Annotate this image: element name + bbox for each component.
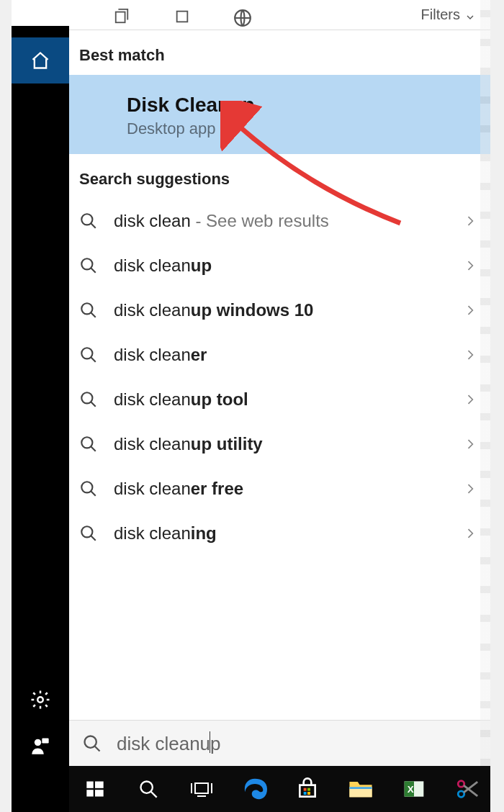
gear-icon	[30, 689, 51, 710]
apps-scope-icon[interactable]	[174, 9, 190, 24]
results-content: Best match Disk Cleanup Desktop app Sear…	[69, 26, 490, 812]
suggestion-text: disk cleanup	[114, 256, 463, 276]
svg-point-13	[81, 303, 92, 314]
svg-line-20	[91, 446, 96, 451]
documents-scope-icon[interactable]	[112, 9, 131, 24]
suggestions-header: Search suggestions	[69, 154, 490, 199]
svg-line-22	[91, 491, 96, 496]
main-row: Best match Disk Cleanup Desktop app Sear…	[12, 26, 490, 812]
search-icon	[79, 524, 98, 543]
svg-point-3	[37, 697, 43, 703]
suggestion-row[interactable]: disk cleanup	[69, 243, 490, 288]
suggestion-text: disk cleaning	[114, 523, 463, 543]
search-query-text: disk cleanup	[117, 731, 221, 755]
web-scope-icon[interactable]	[233, 9, 252, 27]
suggestions-list: disk clean - See web resultsdisk cleanup…	[69, 199, 490, 556]
windows-start-icon	[85, 779, 105, 799]
svg-rect-38	[307, 788, 310, 791]
svg-point-23	[81, 526, 92, 537]
svg-point-31	[140, 782, 152, 793]
search-icon	[79, 346, 98, 364]
chevron-right-icon	[463, 526, 477, 541]
taskbar-excel[interactable]: X	[391, 766, 437, 812]
scope-bar	[69, 9, 490, 30]
suggestion-text: disk cleanup utility	[114, 434, 463, 454]
svg-rect-27	[86, 782, 93, 788]
svg-line-24	[91, 536, 96, 541]
scissors-icon	[455, 777, 480, 801]
sidebar	[12, 26, 69, 812]
svg-text:X: X	[408, 784, 414, 795]
svg-point-9	[81, 214, 92, 225]
svg-point-21	[81, 482, 92, 492]
sidebar-item-feedback[interactable]	[12, 723, 69, 769]
svg-rect-37	[304, 788, 307, 791]
best-match-subtitle: Desktop app	[127, 119, 490, 138]
search-input-row[interactable]: disk cleanup	[69, 720, 490, 766]
taskbar-store[interactable]	[285, 766, 331, 812]
suggestion-row[interactable]: disk cleanup tool	[69, 377, 490, 422]
suggestion-text: disk cleanup windows 10	[114, 300, 463, 320]
best-match-result[interactable]: Disk Cleanup Desktop app	[69, 75, 490, 154]
svg-rect-7	[177, 12, 188, 22]
svg-point-11	[81, 258, 92, 269]
taskbar-search[interactable]	[125, 766, 171, 812]
chevron-right-icon	[463, 348, 477, 362]
chevron-right-icon	[463, 258, 477, 273]
store-icon	[296, 777, 319, 800]
best-match-header: Best match	[69, 30, 490, 75]
cortana-search-panel: Filters	[12, 0, 490, 812]
chevron-right-icon	[463, 303, 477, 317]
suggestion-row[interactable]: disk cleaning	[69, 511, 490, 556]
svg-rect-5	[42, 739, 48, 744]
svg-point-17	[81, 392, 92, 403]
taskbar-taskview[interactable]	[179, 766, 225, 812]
sidebar-item-settings[interactable]	[12, 677, 69, 723]
svg-rect-6	[116, 12, 125, 23]
chevron-right-icon	[463, 392, 477, 407]
chevron-right-icon	[463, 437, 477, 451]
suggestion-text: disk cleaner free	[114, 479, 463, 499]
sidebar-item-home[interactable]	[12, 37, 69, 84]
suggestion-row[interactable]: disk cleanup windows 10	[69, 288, 490, 333]
person-feedback-icon	[30, 736, 50, 756]
hamburger-button[interactable]	[12, 9, 69, 37]
edge-icon	[243, 777, 267, 801]
suggestion-text: disk cleanup tool	[114, 389, 463, 410]
svg-point-4	[35, 739, 41, 746]
background-sliver	[480, 0, 490, 766]
svg-line-26	[95, 746, 100, 751]
svg-rect-40	[307, 792, 310, 795]
suggestion-row[interactable]: disk cleanup utility	[69, 422, 490, 466]
hamburger-icon	[30, 9, 51, 26]
search-icon	[79, 435, 98, 454]
home-icon	[30, 50, 50, 71]
svg-rect-30	[95, 790, 104, 796]
svg-rect-42	[350, 787, 372, 789]
svg-rect-28	[95, 782, 104, 788]
search-icon	[79, 301, 98, 320]
svg-rect-29	[86, 790, 93, 796]
taskbar-edge[interactable]	[232, 766, 278, 812]
taskbar-start[interactable]	[72, 766, 118, 812]
suggestion-row[interactable]: disk cleaner	[69, 333, 490, 377]
suggestion-text: disk clean - See web results	[114, 211, 463, 231]
svg-line-18	[91, 402, 96, 407]
search-icon	[138, 779, 158, 799]
chevron-right-icon	[463, 482, 477, 496]
suggestion-row[interactable]: disk clean - See web results	[69, 199, 490, 243]
svg-point-15	[81, 348, 92, 358]
folder-icon	[348, 778, 373, 800]
best-match-title: Disk Cleanup	[127, 94, 490, 117]
taskbar-snipping-tool[interactable]	[444, 766, 490, 812]
svg-line-32	[150, 792, 156, 798]
svg-point-19	[81, 437, 92, 448]
svg-line-16	[91, 357, 96, 362]
search-icon	[82, 734, 102, 754]
chevron-right-icon	[463, 214, 477, 228]
search-icon	[79, 212, 98, 230]
svg-line-12	[91, 268, 96, 273]
taskbar-file-explorer[interactable]	[338, 766, 384, 812]
suggestion-row[interactable]: disk cleaner free	[69, 466, 490, 511]
taskview-icon	[190, 779, 213, 799]
